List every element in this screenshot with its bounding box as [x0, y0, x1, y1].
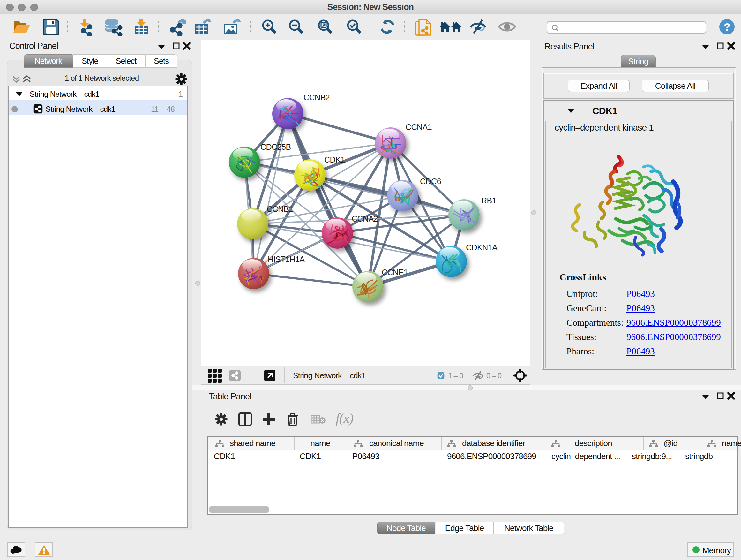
svg-text:?: ? [724, 21, 730, 33]
